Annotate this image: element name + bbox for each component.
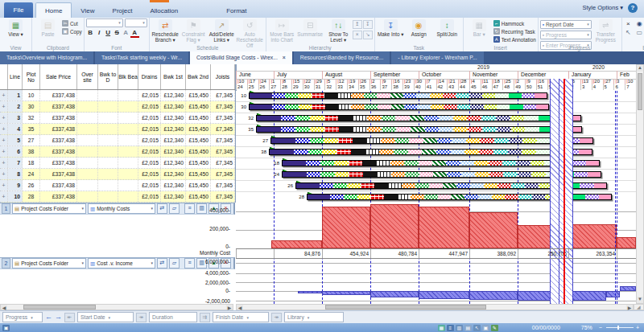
cell-bwk1[interactable]: £12,340 (161, 135, 186, 146)
statusbar-icon-6[interactable]: ▣ (482, 325, 489, 331)
gantt-task-bar-plot-30[interactable] (249, 104, 549, 110)
zoom-in-button[interactable]: + (636, 325, 639, 330)
cell-blk[interactable] (118, 124, 138, 134)
mini-button-2[interactable]: × (353, 31, 362, 39)
scroll-thumb[interactable] (23, 305, 96, 309)
cell-sale[interactable]: £337,438 (40, 169, 77, 179)
cell-blk[interactable] (118, 90, 138, 100)
scroll-up-button[interactable]: ▲ (637, 65, 643, 72)
ribbon-tab-view[interactable]: View (72, 3, 103, 18)
cell-joists[interactable]: £7,345 (211, 158, 235, 168)
font-color-button[interactable]: A (130, 29, 139, 38)
cell-joists[interactable]: £7,345 (211, 124, 235, 134)
mini-button-3[interactable]: ↘ (363, 31, 373, 39)
cell-bwk1[interactable]: £12,340 (161, 169, 186, 179)
report-date-select[interactable]: ▪ Report Date▾ (540, 20, 592, 29)
scroll-right-button[interactable]: ▶ (626, 305, 633, 309)
cell-bwkd[interactable] (98, 90, 118, 100)
ribbon-button-summarise[interactable]: ⊟Summarise (296, 18, 324, 38)
mini-button-1[interactable]: ↧ (363, 20, 373, 29)
scroll-right-button[interactable]: ▶ (226, 305, 233, 309)
cell-over[interactable] (77, 113, 98, 123)
cell-bwk1[interactable]: £12,340 (161, 180, 186, 191)
cell-sale[interactable]: £337,438 (40, 158, 77, 168)
cell-plot[interactable]: 30 (23, 101, 40, 112)
cell-over[interactable] (77, 135, 98, 146)
ribbon-button-copy[interactable]: ▣Copy (62, 28, 82, 35)
cell-drains[interactable]: £2,015 (138, 101, 161, 112)
cell-drains[interactable]: £2,015 (138, 169, 161, 179)
cell-blk[interactable] (118, 191, 138, 202)
delete-button[interactable]: × (624, 20, 633, 27)
cell-over[interactable] (77, 146, 98, 157)
cell-plot[interactable]: 35 (23, 124, 40, 134)
cell-joists[interactable]: £7,345 (211, 191, 235, 202)
histogram-graph-select[interactable]: ▥Cost .v. Income▾ (88, 258, 155, 268)
cell-sale[interactable]: £337,438 (40, 90, 77, 100)
statusbar-icon-1[interactable]: ▦ (438, 325, 445, 331)
cell-sale[interactable]: £337,438 (40, 113, 77, 123)
gantt-task-bar-plot-38[interactable] (269, 149, 592, 155)
duration-field[interactable]: Duration (149, 312, 197, 322)
ribbon-button-paste[interactable]: ▤Paste (34, 18, 62, 38)
edit-graph-button[interactable]: ▱ (169, 203, 180, 214)
cell-blk[interactable] (118, 135, 138, 146)
resize-grip-icon[interactable]: ◢ (634, 305, 643, 310)
copy-graph-button[interactable]: ⇄ (157, 203, 167, 214)
cell-bwkd[interactable] (98, 124, 118, 134)
ribbon-button-split-join[interactable]: ↕Split/Join (433, 18, 461, 38)
scroll-left-button[interactable]: ◀ (237, 305, 243, 309)
cell-over[interactable] (77, 90, 98, 100)
cell-over[interactable] (77, 180, 98, 191)
style-options-button[interactable]: Style Options ▾ (583, 4, 623, 11)
cell-joists[interactable]: £7,345 (211, 101, 235, 112)
statusbar-icon-2[interactable]: ≡ (447, 325, 454, 331)
cell-over[interactable] (77, 191, 98, 202)
goto-start-button[interactable]: ↞ (64, 313, 75, 322)
ribbon-button-cut[interactable]: ✂Cut (62, 20, 82, 27)
ribbon-button-bar[interactable]: ▦Bar ▾ (465, 18, 493, 38)
ribbon-button-reschedule-branch[interactable]: ⇄Reschedule Branch ▾ (151, 18, 180, 43)
cell-drains[interactable]: £2,015 (138, 158, 161, 168)
cell-bwk2[interactable]: £15,450 (186, 191, 211, 202)
cell-joists[interactable]: £7,345 (211, 90, 235, 100)
cell-bwk2[interactable]: £15,450 (186, 135, 211, 146)
cell-bwk1[interactable]: £12,340 (161, 124, 186, 134)
document-tab-library-explorer-wrexham[interactable]: - Library Explorer - Wrexham P... (391, 51, 483, 64)
cell-joists[interactable]: £7,345 (211, 113, 235, 123)
cell-bwkd[interactable] (98, 113, 118, 123)
statusbar-icon-4[interactable]: ▤ (464, 325, 472, 331)
cell-drains[interactable]: £2,015 (138, 90, 161, 100)
cell-bwkd[interactable] (98, 180, 118, 191)
finish-date-field[interactable]: Finish Date▾ (213, 312, 269, 322)
mini-button-0[interactable]: ↥ (353, 20, 362, 29)
library-select[interactable]: Library▾ (284, 312, 344, 322)
scroll-thumb[interactable] (325, 305, 486, 309)
cell-plot[interactable]: 32 (23, 113, 40, 123)
document-tab-resources-banded-by-reso[interactable]: Resources\Banded by Resource... (294, 51, 390, 64)
cell-plot[interactable]: 26 (23, 180, 40, 191)
cell-bwkd[interactable] (98, 158, 118, 168)
cell-sale[interactable]: £337,438 (40, 135, 77, 146)
cell-bwk2[interactable]: £15,450 (186, 146, 211, 157)
gantt-task-bar-plot-32[interactable] (256, 115, 581, 121)
cell-bwkd[interactable] (98, 135, 118, 146)
cell-blk[interactable] (118, 101, 138, 112)
cell-over[interactable] (77, 158, 98, 168)
cell-bwk2[interactable]: £15,450 (186, 169, 211, 179)
cell-joists[interactable]: £7,345 (211, 180, 235, 191)
cell-bwk2[interactable]: £15,450 (186, 90, 211, 100)
cell-plot[interactable]: 18 (23, 158, 40, 168)
gantt-task-bar-plot-27[interactable] (270, 137, 593, 144)
histogram-folder-select[interactable]: ▤Project Costs Folder▾ (12, 258, 86, 268)
cell-joists[interactable]: £7,345 (211, 135, 235, 146)
cell-drains[interactable]: £2,015 (138, 191, 161, 202)
ribbon-button-hammock[interactable]: ⌐Hammock (493, 20, 536, 27)
cell-drains[interactable]: £2,015 (138, 146, 161, 157)
help-button[interactable]: ? (628, 3, 638, 13)
prev-task-button[interactable]: ← (45, 313, 52, 322)
zoom-out-button[interactable]: − (599, 325, 602, 330)
zoom-slider[interactable] (606, 327, 634, 328)
progress-filter-select[interactable]: Progress▾ (2, 312, 43, 322)
ribbon-tab-project[interactable]: Project (104, 3, 142, 18)
